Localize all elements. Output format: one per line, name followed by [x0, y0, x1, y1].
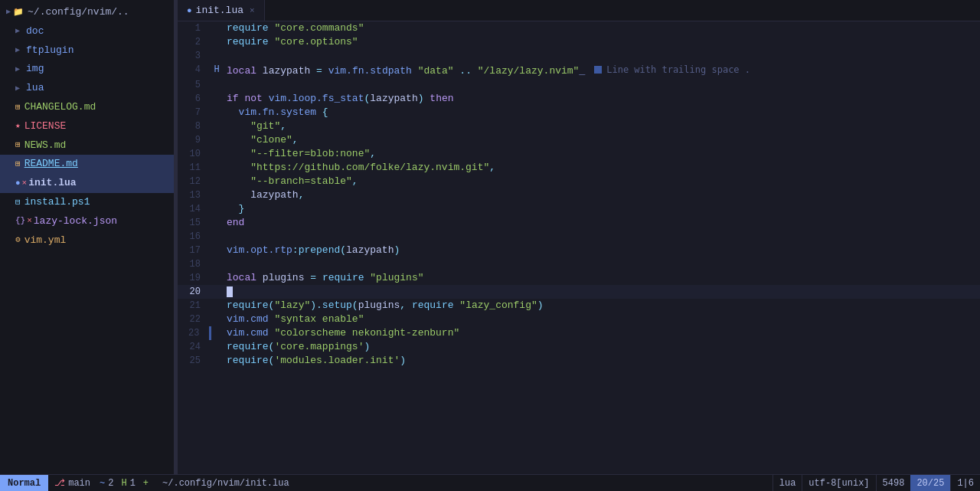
code-line: end [224, 216, 980, 230]
code-line: require('core.mappings') [224, 340, 980, 354]
line-number: 18 [178, 257, 210, 271]
sidebar-root[interactable]: ▶ 📁 ~/.config/nvim/.. [0, 3, 174, 22]
gutter [210, 78, 224, 92]
mode-label: Normal [8, 478, 41, 489]
sidebar-item-lazylock[interactable]: {} × lazy-lock.json [0, 212, 174, 231]
table-row: 17 vim.opt.rtp:prepend(lazypath) [178, 244, 980, 257]
code-editor[interactable]: 1 require "core.commands" 2 require "cor… [178, 21, 980, 474]
table-row: 14 } [178, 202, 980, 216]
gutter [210, 106, 224, 119]
diff-plus-icon: + [143, 478, 149, 489]
line-number: 11 [178, 161, 210, 175]
sidebar-item-vimyml[interactable]: ⚙ vim.yml [0, 231, 174, 250]
branch-label: main [68, 478, 90, 489]
table-row: 8 "git", [178, 119, 980, 133]
file-icon: ⊞ [15, 158, 21, 172]
status-filetype: lua [773, 475, 802, 491]
sidebar-label-lua: lua [26, 80, 44, 97]
code-line: "git", [224, 119, 980, 133]
sidebar-label-vimyml: vim.yml [24, 233, 67, 249]
code-line: "--filter=blob:none", [224, 147, 980, 161]
code-line: vim.cmd "colorscheme nekonight-zenburn" [224, 326, 980, 340]
sidebar-item-changelog[interactable]: ⊞ CHANGELOG.md [0, 98, 174, 117]
sidebar-item-readme[interactable]: ⊞ README.md [0, 155, 174, 174]
gutter [210, 340, 224, 354]
sidebar-item-lua[interactable]: ▶ lua [0, 79, 174, 98]
gutter [210, 216, 224, 230]
line-number: 23 [178, 326, 210, 340]
line-number: 9 [178, 133, 210, 147]
code-line: require('modules.loader.init') [224, 354, 980, 368]
sidebar-item-ftplugin[interactable]: ▶ ftplugin [0, 41, 174, 61]
sidebar-root-label: ~/.config/nvim/.. [28, 5, 129, 21]
table-row: 7 vim.fn.system { [178, 106, 980, 119]
git-branch-icon: ⎇ [54, 477, 65, 489]
table-row: 23 vim.cmd "colorscheme nekonight-zenbur… [178, 326, 980, 340]
sidebar-label-init: init.lua [28, 175, 76, 191]
line-number: 6 [178, 92, 210, 106]
sidebar-label-lazylock: lazy-lock.json [34, 214, 117, 230]
status-position: 20/25 [910, 475, 950, 491]
table-row: 18 [178, 257, 980, 271]
line-number: 12 [178, 175, 210, 188]
diff-tilde-icon: ~ [100, 478, 105, 489]
code-line: } [224, 202, 980, 216]
line-number: 4 [178, 63, 210, 78]
line-number: 22 [178, 313, 210, 326]
code-line [224, 285, 980, 299]
table-row: 15 end [178, 216, 980, 230]
code-line: lazypath, [224, 188, 980, 202]
gutter [210, 354, 224, 368]
code-line [224, 257, 980, 271]
gutter [210, 244, 224, 257]
sidebar-item-install[interactable]: ⊟ install.ps1 [0, 193, 174, 212]
table-row: 19 local plugins = require "plugins" [178, 271, 980, 285]
code-line [224, 230, 980, 244]
gutter [210, 285, 224, 299]
file-icon: {} [15, 214, 25, 228]
gutter [210, 271, 224, 285]
code-line [224, 78, 980, 92]
sidebar-label-readme: README.md [24, 156, 78, 172]
line-number: 13 [178, 188, 210, 202]
folder-icon: 📁 [13, 6, 24, 20]
file-path-label: ~/.config/nvim/init.lua [162, 478, 289, 489]
tab-close-button[interactable]: × [250, 6, 255, 15]
table-row: 6 if not vim.loop.fs_stat(lazypath) then [178, 92, 980, 106]
arrow-icon: ▶ [15, 25, 20, 38]
tab-init-lua[interactable]: ● init.lua × [178, 0, 265, 21]
sidebar-item-license[interactable]: ★ LICENSE [0, 117, 174, 136]
line-number: 21 [178, 299, 210, 313]
status-right: lua utf-8[unix] 5498 20/25 1|6 [773, 475, 980, 491]
table-row: 20 [178, 285, 980, 299]
gutter [210, 175, 224, 188]
position-label: 20/25 [916, 478, 944, 489]
sidebar-label-changelog: CHANGELOG.md [24, 100, 96, 116]
gutter: H [210, 63, 224, 78]
diff-h-count: 1 [130, 478, 136, 489]
code-table: 1 require "core.commands" 2 require "cor… [178, 21, 980, 368]
sidebar-item-init[interactable]: ● × init.lua [0, 174, 174, 193]
line-number: 17 [178, 244, 210, 257]
line-number: 14 [178, 202, 210, 216]
gutter [210, 133, 224, 147]
sidebar-item-img[interactable]: ▶ img [0, 60, 174, 79]
arrow-icon: ▶ [15, 44, 20, 57]
main-layout: ▶ 📁 ~/.config/nvim/.. ▶ doc ▶ ftplugin ▶… [0, 0, 980, 474]
table-row: 16 [178, 230, 980, 244]
gutter [210, 257, 224, 271]
arrow-icon: ▶ [15, 83, 20, 95]
table-row: 25 require('modules.loader.init') [178, 354, 980, 368]
line-number: 2 [178, 35, 210, 49]
sidebar-item-news[interactable]: ⊞ NEWS.md [0, 136, 174, 155]
line-number: 24 [178, 340, 210, 354]
gutter [210, 21, 224, 35]
gutter [210, 230, 224, 244]
line-number: 20 [178, 285, 210, 299]
table-row: 5 [178, 78, 980, 92]
gear-icon: ⚙ [15, 234, 21, 247]
diff-h-icon: H [121, 478, 126, 489]
sidebar-label-news: NEWS.md [24, 138, 67, 154]
status-file-path: ~/.config/nvim/init.lua [155, 478, 297, 489]
sidebar-item-doc[interactable]: ▶ doc [0, 22, 174, 41]
